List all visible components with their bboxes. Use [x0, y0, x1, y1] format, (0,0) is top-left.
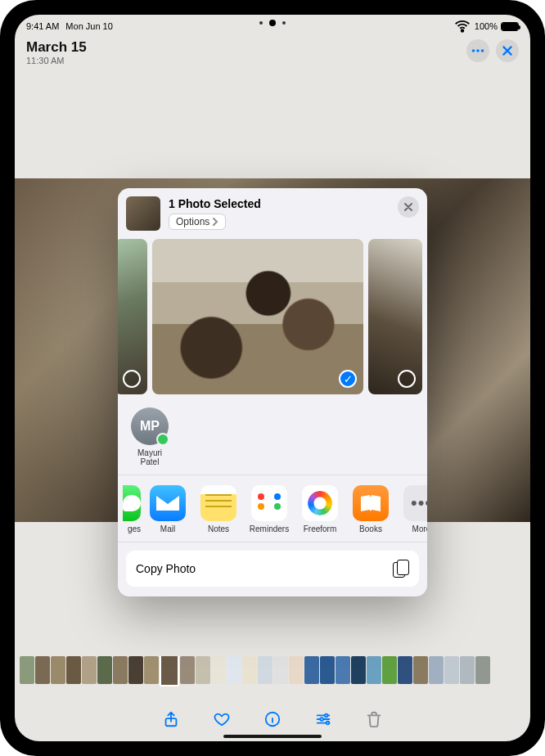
- chevron-right-icon: [212, 218, 218, 226]
- notes-icon: [200, 485, 236, 521]
- share-app-messages[interactable]: ges: [119, 485, 141, 533]
- carousel-photo[interactable]: [368, 239, 422, 394]
- action-label: Copy Photo: [136, 562, 196, 575]
- share-app-mail[interactable]: Mail: [144, 485, 191, 533]
- app-label: Books: [359, 524, 382, 533]
- airdrop-contacts-row: MP Mayuri Patel: [118, 401, 427, 471]
- share-sheet-title: 1 Photo Selected: [169, 197, 261, 210]
- carousel-photo[interactable]: [118, 239, 147, 394]
- avatar-initials: MP: [140, 419, 160, 434]
- avatar: MP: [131, 407, 169, 445]
- close-icon: [403, 202, 413, 212]
- share-app-more[interactable]: ••• More: [398, 485, 427, 533]
- app-label: Reminders: [250, 524, 289, 533]
- options-label: Options: [176, 216, 209, 227]
- share-app-notes[interactable]: Notes: [195, 485, 242, 533]
- app-label: Mail: [160, 524, 175, 533]
- freeform-icon: [302, 485, 338, 521]
- copy-icon: [393, 560, 409, 578]
- share-app-books[interactable]: Books: [347, 485, 394, 533]
- share-apps-row: ges Mail Notes Reminders Freeform: [118, 479, 427, 538]
- selected-photo-thumbnail[interactable]: [126, 196, 160, 231]
- divider: [118, 542, 427, 542]
- share-photo-carousel[interactable]: [118, 236, 427, 401]
- reminders-icon: [251, 485, 287, 521]
- app-label: More: [412, 524, 427, 533]
- share-options-button[interactable]: Options: [169, 214, 226, 230]
- contact-name: Mayuri Patel: [128, 448, 172, 466]
- app-label: Notes: [208, 524, 229, 533]
- ellipsis-icon: •••: [403, 485, 427, 521]
- divider: [118, 475, 427, 475]
- share-app-reminders[interactable]: Reminders: [245, 485, 293, 533]
- messages-badge-icon: [156, 433, 169, 446]
- books-icon: [353, 485, 389, 521]
- share-sheet: 1 Photo Selected Options M: [118, 188, 427, 596]
- app-label: Freeform: [304, 524, 337, 533]
- mail-icon: [150, 485, 186, 521]
- carousel-photo-selected[interactable]: [152, 239, 363, 394]
- share-sheet-close-button[interactable]: [398, 196, 419, 218]
- app-label: ges: [128, 524, 141, 533]
- messages-icon: [123, 485, 141, 521]
- copy-photo-action[interactable]: Copy Photo: [126, 551, 419, 587]
- share-app-freeform[interactable]: Freeform: [296, 485, 344, 533]
- contact-suggestion[interactable]: MP Mayuri Patel: [128, 407, 172, 466]
